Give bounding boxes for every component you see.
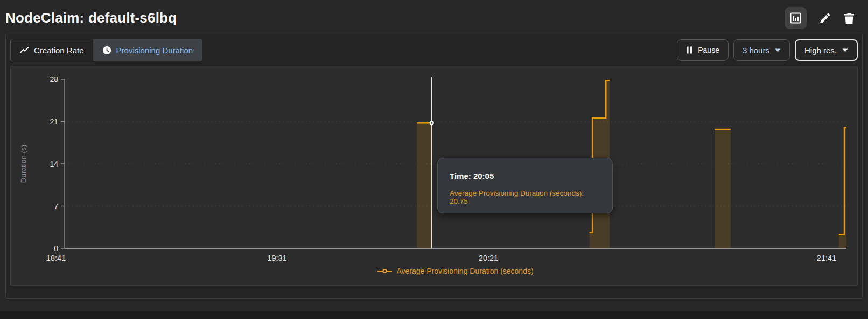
tab-creation-rate[interactable]: Creation Rate <box>11 39 93 61</box>
y-tick-label: 14 <box>50 160 58 168</box>
series-area <box>839 128 846 248</box>
provisioning-duration-chart[interactable]: 0714212818:4119:3120:2121:41Duration (s)… <box>10 66 858 286</box>
x-tick-label: 21:41 <box>817 254 836 262</box>
tab-label: Creation Rate <box>34 46 84 55</box>
nodeclaim-page: NodeClaim: default-s6lbq <box>0 0 868 319</box>
legend-label: Average Provisioning Duration (seconds) <box>396 267 533 275</box>
tooltip-series-value: Average Provisioning Duration (seconds):… <box>450 189 600 205</box>
x-tick-label: 19:31 <box>267 254 286 262</box>
edit-button[interactable] <box>818 12 831 25</box>
time-range-dropdown[interactable]: 3 hours <box>733 39 790 61</box>
y-tick-label: 28 <box>50 75 58 84</box>
pause-button[interactable]: Pause <box>677 39 729 61</box>
pencil-icon <box>818 12 831 25</box>
legend-marker-icon <box>377 268 392 274</box>
chart-toolbar: Creation Rate Provisioning Duration <box>6 34 862 65</box>
x-tick-label: 18:41 <box>46 254 66 262</box>
y-axis-label: Duration (s) <box>19 145 27 183</box>
x-tick-label: 20:21 <box>479 254 498 262</box>
metrics-panel: Creation Rate Provisioning Duration <box>5 34 863 299</box>
series-area <box>417 123 431 248</box>
clock-icon <box>102 46 111 55</box>
chart-view-button[interactable] <box>785 7 807 29</box>
time-range-value: 3 hours <box>743 46 769 55</box>
hover-marker-center <box>431 122 432 124</box>
metric-tabs: Creation Rate Provisioning Duration <box>10 39 202 61</box>
y-tick-label: 7 <box>54 202 58 211</box>
y-tick-label: 0 <box>54 244 58 253</box>
chart-svg: 0714212818:4119:3120:2121:41Duration (s) <box>11 66 858 267</box>
delete-button[interactable] <box>843 12 855 25</box>
chart-legend: Average Provisioning Duration (seconds) <box>32 267 868 275</box>
tab-label: Provisioning Duration <box>116 46 193 55</box>
bar-chart-icon <box>789 12 802 24</box>
toolbar-controls: Pause 3 hours High res. <box>677 39 858 61</box>
pause-icon <box>686 46 692 54</box>
resolution-dropdown[interactable]: High res. <box>795 39 858 61</box>
pause-label: Pause <box>698 46 719 54</box>
page-header: NodeClaim: default-s6lbq <box>0 0 868 34</box>
resolution-value: High res. <box>804 46 837 55</box>
tab-provisioning-duration[interactable]: Provisioning Duration <box>93 39 202 61</box>
caret-down-icon <box>775 48 781 52</box>
page-title: NodeClaim: default-s6lbq <box>5 10 177 26</box>
series-area <box>715 129 731 248</box>
chart-tooltip: Time: 20:05 Average Provisioning Duratio… <box>437 158 613 213</box>
y-tick-label: 21 <box>50 117 58 126</box>
trash-icon <box>843 12 855 25</box>
header-actions <box>785 7 855 29</box>
tooltip-time: Time: 20:05 <box>450 171 600 181</box>
viewport-edge <box>0 311 868 319</box>
caret-down-icon <box>842 48 848 52</box>
legend-item[interactable]: Average Provisioning Duration (seconds) <box>377 267 533 275</box>
trend-line-icon <box>20 46 29 54</box>
